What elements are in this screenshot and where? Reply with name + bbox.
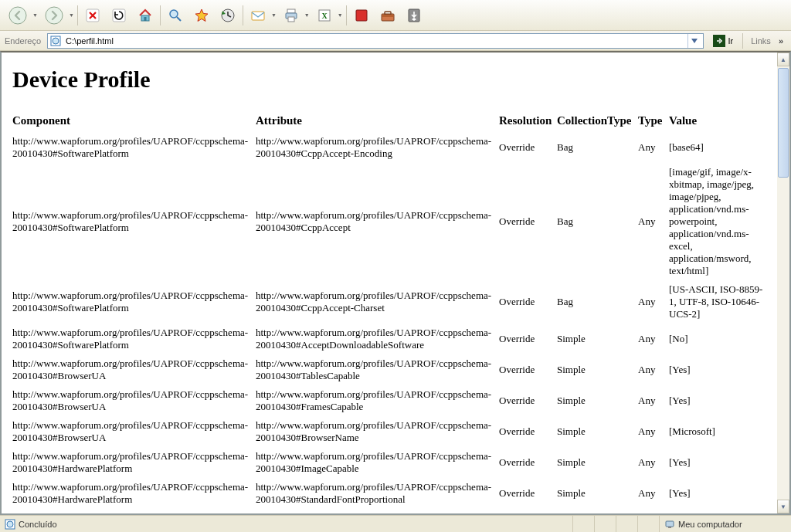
profile-table: ComponentAttributeResolutionCollectionTy… <box>12 111 766 513</box>
search-button[interactable] <box>164 4 187 27</box>
home-button[interactable] <box>134 4 157 27</box>
table-cell: Simple <box>557 385 638 416</box>
mail-dropdown[interactable]: ▼ <box>271 12 277 18</box>
table-cell: http://www.wapforum.org/profiles/UAPROF/… <box>12 354 256 385</box>
address-dropdown[interactable] <box>687 34 701 48</box>
back-button[interactable] <box>5 2 31 29</box>
table-row: http://www.wapforum.org/profiles/UAPROF/… <box>12 478 766 509</box>
favorites-button[interactable] <box>190 4 213 27</box>
print-dropdown[interactable]: ▼ <box>304 12 310 18</box>
table-cell: Simple <box>557 509 638 513</box>
table-cell: Override <box>499 324 557 354</box>
go-arrow-icon <box>713 35 725 47</box>
svg-rect-25 <box>668 527 671 528</box>
table-cell: Override <box>499 509 557 513</box>
edit-dropdown[interactable]: ▼ <box>338 12 343 18</box>
table-cell: Any <box>638 509 669 513</box>
svg-rect-5 <box>144 17 146 21</box>
go-label: Ir <box>728 36 733 46</box>
addressbar-separator <box>742 33 743 49</box>
svg-line-7 <box>177 17 181 21</box>
links-overflow-icon[interactable]: » <box>779 36 786 46</box>
table-cell: [Yes] <box>669 385 766 416</box>
toolbar-separator <box>346 5 347 25</box>
table-cell: Any <box>638 478 669 509</box>
table-cell: Bag <box>557 163 638 280</box>
links-label: Links <box>748 36 774 46</box>
scroll-up-button[interactable]: ▲ <box>777 53 789 66</box>
table-header: Value <box>669 111 766 132</box>
status-done-cell: Concluído <box>0 516 573 532</box>
scroll-thumb[interactable] <box>778 68 789 178</box>
table-cell: http://www.wapforum.org/profiles/UAPROF/… <box>12 416 256 447</box>
toolbox-button[interactable] <box>376 4 399 27</box>
table-cell: Simple <box>557 354 638 385</box>
table-cell: http://www.wapforum.org/profiles/UAPROF/… <box>256 354 499 385</box>
done-icon <box>5 519 15 530</box>
svg-point-21 <box>53 38 59 44</box>
toolbar-separator <box>77 5 78 25</box>
table-cell: Simple <box>557 416 638 447</box>
toolbar-separator <box>160 5 161 25</box>
table-cell: http://www.wapforum.org/profiles/UAPROF/… <box>12 280 256 324</box>
scroll-track[interactable] <box>777 66 789 500</box>
table-cell: Any <box>638 280 669 324</box>
address-input[interactable] <box>64 36 687 46</box>
table-cell: Override <box>499 132 557 163</box>
svg-rect-10 <box>287 9 295 13</box>
vertical-scrollbar[interactable]: ▲ ▼ <box>777 53 789 513</box>
history-button[interactable] <box>216 4 239 27</box>
table-row: http://www.wapforum.org/profiles/UAPROF/… <box>12 280 766 324</box>
stop-button[interactable] <box>81 4 104 27</box>
table-row: http://www.wapforum.org/profiles/UAPROF/… <box>12 385 766 416</box>
table-cell: Simple <box>557 324 638 354</box>
svg-rect-15 <box>356 10 367 21</box>
content-frame: Device Profile ComponentAttributeResolut… <box>0 51 791 515</box>
zone-icon <box>664 519 675 530</box>
red-square-button[interactable] <box>350 4 373 27</box>
svg-point-1 <box>46 7 63 24</box>
content-viewport: Device Profile ComponentAttributeResolut… <box>2 53 777 513</box>
table-cell: [US-ASCII, ISO-8859-1, UTF-8, ISO-10646-… <box>669 280 766 324</box>
downloads-button[interactable] <box>402 4 426 27</box>
table-cell: Any <box>638 324 669 354</box>
status-empty-3 <box>616 516 638 532</box>
status-bar: Concluído Meu computador <box>0 515 791 532</box>
svg-rect-12 <box>288 17 294 22</box>
table-cell: http://www.wapforum.org/profiles/UAPROF/… <box>12 509 256 513</box>
svg-rect-9 <box>252 12 264 20</box>
svg-point-6 <box>170 10 178 18</box>
table-row: http://www.wapforum.org/profiles/UAPROF/… <box>12 509 766 513</box>
table-cell: http://www.wapforum.org/profiles/UAPROF/… <box>12 385 256 416</box>
back-dropdown[interactable]: ▼ <box>32 12 38 18</box>
table-cell: http://www.wapforum.org/profiles/UAPROF/… <box>12 478 256 509</box>
svg-text:X: X <box>321 12 328 20</box>
edit-button[interactable]: X <box>313 4 336 27</box>
table-cell: http://www.wapforum.org/profiles/UAPROF/… <box>256 132 499 163</box>
scroll-down-button[interactable]: ▼ <box>777 500 789 513</box>
table-cell: Override <box>499 416 557 447</box>
forward-dropdown[interactable]: ▼ <box>69 12 74 18</box>
table-header: Attribute <box>256 111 499 132</box>
refresh-button[interactable] <box>107 4 131 27</box>
address-field-wrap[interactable] <box>47 33 704 49</box>
table-cell: Override <box>499 478 557 509</box>
table-cell: http://www.wapforum.org/profiles/UAPROF/… <box>256 416 499 447</box>
table-cell: Override <box>499 447 557 478</box>
table-cell: http://www.wapforum.org/profiles/UAPROF/… <box>12 163 256 280</box>
address-label: Endereço <box>5 36 42 46</box>
print-button[interactable] <box>280 4 303 27</box>
svg-point-23 <box>7 521 13 527</box>
table-cell: Any <box>638 163 669 280</box>
table-header: Component <box>12 111 256 132</box>
mail-button[interactable] <box>246 4 270 27</box>
table-cell: Simple <box>557 478 638 509</box>
table-row: http://www.wapforum.org/profiles/UAPROF/… <box>12 447 766 478</box>
forward-button[interactable] <box>41 2 67 29</box>
table-cell: Simple <box>557 447 638 478</box>
html-file-icon <box>50 36 61 46</box>
go-button[interactable]: Ir <box>708 33 738 49</box>
table-cell: http://www.wapforum.org/profiles/UAPROF/… <box>256 163 499 280</box>
table-cell: [base64] <box>669 132 766 163</box>
table-cell: Any <box>638 416 669 447</box>
